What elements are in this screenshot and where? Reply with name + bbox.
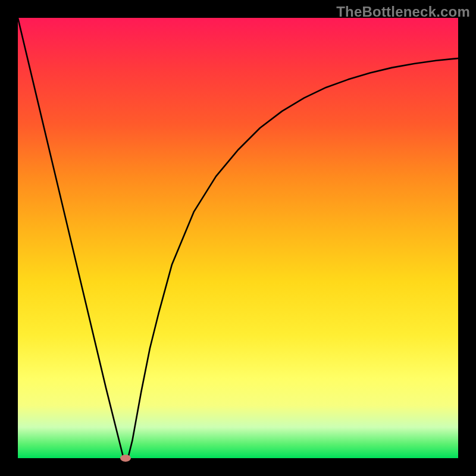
curve-path <box>18 18 458 458</box>
minimum-marker <box>120 455 131 462</box>
bottleneck-curve <box>18 18 458 458</box>
chart-frame: TheBottleneck.com <box>0 0 476 476</box>
plot-area <box>18 18 458 458</box>
watermark-text: TheBottleneck.com <box>336 4 470 20</box>
